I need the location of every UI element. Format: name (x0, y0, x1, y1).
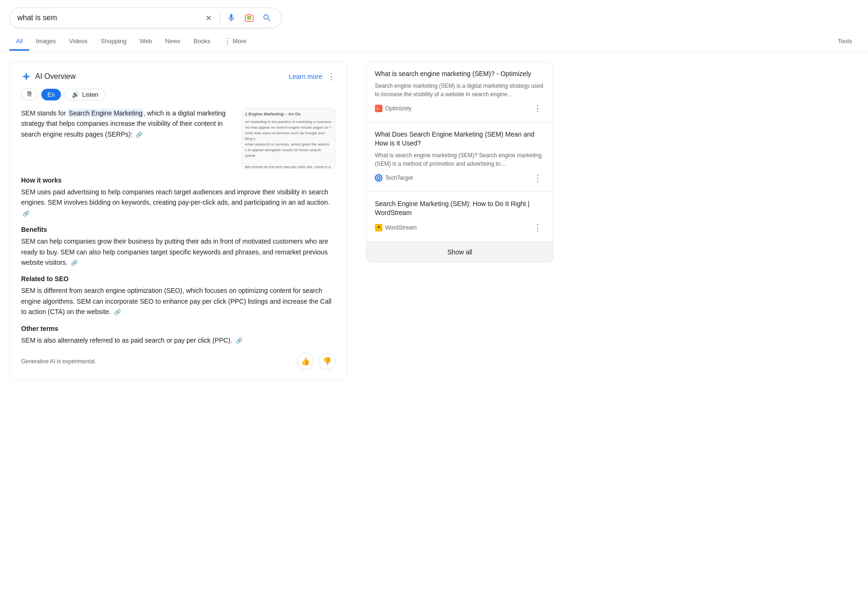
search-bar: ✕ (9, 8, 282, 28)
main-content: AI Overview Learn more ⋮ हि En � (0, 52, 563, 399)
lang-en-button[interactable]: En (41, 89, 61, 100)
tab-images[interactable]: Images (29, 33, 62, 51)
search-bar-container: ✕ (0, 0, 868, 28)
intro-link-icon: 🔗 (136, 131, 143, 138)
clear-button[interactable]: ✕ (202, 11, 215, 24)
tab-all[interactable]: All (9, 33, 29, 51)
optimizely-brand-name: Optimizely (385, 105, 411, 112)
optimizely-icon: O (375, 105, 382, 112)
listen-label: Listen (82, 91, 99, 98)
wordstream-brand-name: WordStream (385, 224, 417, 231)
techtarget-icon (376, 175, 381, 181)
techtarget-more-icon: ⋮ (533, 173, 542, 183)
ai-overview-box: AI Overview Learn more ⋮ हि En � (9, 61, 347, 380)
ai-overview-header: AI Overview Learn more ⋮ (21, 71, 335, 82)
more-dots-icon: ⋮ (224, 37, 231, 46)
source-desc-techtarget: What is search engine marketing (SEM)? S… (375, 151, 545, 168)
seo-link-icon: 🔗 (114, 309, 121, 315)
optimizely-more-button[interactable]: ⋮ (531, 102, 545, 115)
source-meta-techtarget: TechTarget ⋮ (375, 172, 545, 184)
source-title-optimizely[interactable]: What is search engine marketing (SEM)? -… (375, 69, 545, 79)
ai-diamond-icon (21, 71, 31, 82)
learn-more-link[interactable]: Learn more (289, 73, 322, 80)
wordstream-more-icon: ⋮ (533, 223, 542, 232)
svg-point-4 (378, 177, 380, 179)
section-seo: Related to SEO SEM is different from sea… (21, 275, 335, 317)
section-terms: Other terms SEM is also alternately refe… (21, 325, 335, 345)
source-item-optimizely: What is search engine marketing (SEM)? -… (366, 62, 553, 123)
more-vert-icon: ⋮ (327, 72, 335, 81)
optimizely-brand-icon: O (375, 105, 382, 112)
section-benefits-text: SEM can help companies grow their busine… (21, 236, 335, 268)
tab-tools[interactable]: Tools (831, 33, 859, 51)
intro-before: SEM stands for (21, 109, 68, 117)
search-input[interactable] (17, 14, 198, 22)
benefits-link-icon: 🔗 (71, 260, 78, 266)
camera-icon (244, 13, 254, 23)
terms-link-icon: 🔗 (236, 337, 243, 344)
ai-more-options-button[interactable]: ⋮ (327, 71, 335, 82)
techtarget-more-button[interactable]: ⋮ (531, 172, 545, 184)
ai-intro-text: SEM stands for Search Engine Marketing, … (21, 108, 234, 169)
source-meta-optimizely: O Optimizely ⋮ (375, 102, 545, 115)
ai-snippet-card: 1 Engine Marketing – An Ov ne marketing … (242, 108, 335, 169)
tab-more[interactable]: ⋮ More (217, 32, 253, 52)
search-icon (262, 13, 272, 23)
close-icon: ✕ (206, 14, 212, 23)
snippet-card-title: 1 Engine Marketing – An Ov (245, 111, 332, 117)
how-link-icon: 🔗 (23, 210, 30, 217)
ai-overview-label: AI Overview (35, 72, 76, 81)
lang-hi-button[interactable]: हि (21, 88, 38, 100)
wordstream-brand-icon: ✦ (375, 224, 382, 231)
section-benefits: Benefits SEM can help companies grow the… (21, 226, 335, 268)
volume-icon: 🔊 (72, 91, 79, 98)
generative-note: Generative AI is experimental. 👍 👎 (21, 353, 335, 370)
section-benefits-title: Benefits (21, 226, 335, 233)
ai-intro-area: SEM stands for Search Engine Marketing, … (21, 108, 335, 169)
voice-search-button[interactable] (225, 11, 238, 24)
thumbs-down-icon: 👎 (322, 357, 332, 366)
thumbs-up-icon: 👍 (301, 357, 310, 366)
intro-highlight: Search Engine Marketing (68, 109, 144, 117)
svg-point-0 (248, 17, 251, 19)
source-desc-optimizely: Search engine marketing (SEM) is a digit… (375, 82, 545, 99)
section-how: How it works SEM uses paid advertising t… (21, 176, 335, 218)
source-title-techtarget[interactable]: What Does Search Engine Marketing (SEM) … (375, 130, 545, 148)
source-brand-optimizely: O Optimizely (375, 105, 411, 112)
generative-note-text: Generative AI is experimental. (21, 358, 96, 365)
tab-more-label: More (233, 38, 247, 45)
tab-web[interactable]: Web (133, 33, 159, 51)
lang-controls: हि En 🔊 Listen (21, 88, 335, 100)
tab-shopping[interactable]: Shopping (94, 33, 133, 51)
section-how-text: SEM uses paid advertising to help compan… (21, 187, 335, 218)
show-all-button[interactable]: Show all (366, 242, 553, 262)
search-submit-button[interactable] (260, 11, 274, 24)
tab-news[interactable]: News (159, 33, 187, 51)
section-seo-title: Related to SEO (21, 275, 335, 283)
thumbs-up-button[interactable]: 👍 (297, 353, 314, 370)
tabs-bar: All Images Videos Shopping Web News Book… (0, 28, 868, 52)
lang-en-label: En (47, 91, 55, 98)
tab-books[interactable]: Books (187, 33, 217, 51)
source-title-wordstream[interactable]: Search Engine Marketing (SEM): How to Do… (375, 199, 545, 218)
source-item-techtarget: What Does Search Engine Marketing (SEM) … (366, 123, 553, 192)
camera-search-button[interactable] (243, 11, 256, 24)
right-panel: What is search engine marketing (SEM)? -… (366, 61, 554, 389)
section-terms-text: SEM is also alternately referred to as p… (21, 335, 335, 345)
thumbs-down-button[interactable]: 👎 (319, 353, 335, 370)
search-icons: ✕ (202, 11, 274, 24)
tab-videos[interactable]: Videos (62, 33, 94, 51)
source-meta-wordstream: ✦ WordStream ⋮ (375, 222, 545, 234)
source-brand-wordstream: ✦ WordStream (375, 224, 417, 231)
techtarget-brand-name: TechTarget (385, 175, 413, 181)
section-how-title: How it works (21, 176, 335, 184)
lang-hi-label: हि (27, 91, 31, 98)
section-seo-text: SEM is different from search engine opti… (21, 285, 335, 317)
source-brand-techtarget: TechTarget (375, 174, 413, 182)
source-item-wordstream: Search Engine Marketing (SEM): How to Do… (366, 192, 553, 242)
listen-button[interactable]: 🔊 Listen (65, 89, 106, 100)
section-terms-title: Other terms (21, 325, 335, 332)
ai-overview-actions: Learn more ⋮ (289, 71, 335, 82)
techtarget-brand-icon (375, 174, 382, 182)
wordstream-more-button[interactable]: ⋮ (531, 222, 545, 234)
